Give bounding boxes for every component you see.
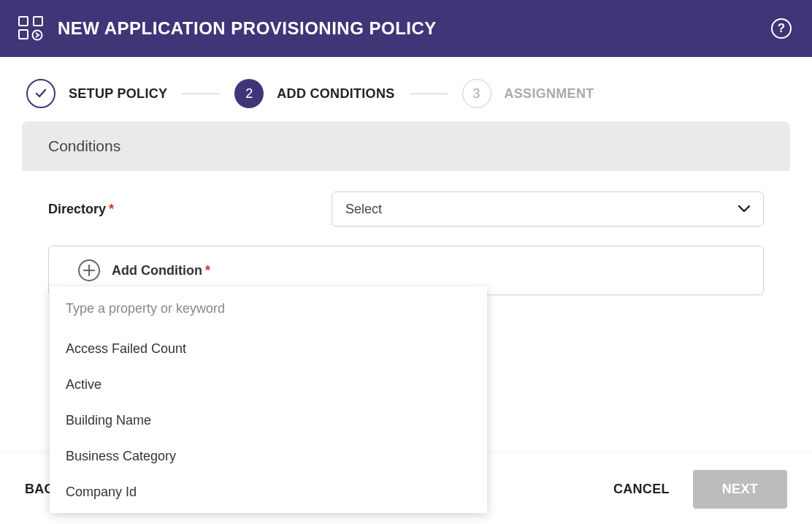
app-logo-icon	[18, 16, 43, 41]
directory-row: Directory* Select	[48, 191, 764, 227]
property-dropdown: Access Failed Count Active Building Name…	[50, 286, 487, 513]
dropdown-item-access-failed-count[interactable]: Access Failed Count	[50, 331, 487, 367]
step-divider	[410, 94, 448, 94]
chevron-down-icon	[738, 205, 750, 213]
directory-select[interactable]: Select	[332, 191, 764, 227]
help-icon[interactable]: ?	[771, 18, 792, 39]
required-marker: *	[109, 202, 114, 216]
property-dropdown-list[interactable]: Access Failed Count Active Building Name…	[50, 331, 487, 513]
step-divider	[182, 94, 220, 94]
plus-icon	[83, 265, 95, 276]
dropdown-item-building-name[interactable]: Building Name	[50, 403, 487, 438]
step-indicator-pending: 3	[462, 79, 491, 108]
add-condition-label: Add Condition	[112, 263, 202, 278]
directory-label: Directory*	[48, 202, 332, 217]
step-label: ADD CONDITIONS	[277, 86, 394, 102]
step-label: ASSIGNMENT	[505, 86, 594, 102]
app-header: NEW APPLICATION PROVISIONING POLICY ?	[0, 0, 812, 57]
dropdown-item-active[interactable]: Active	[50, 367, 487, 403]
check-icon	[34, 86, 48, 101]
plus-circle-icon	[78, 259, 100, 281]
required-marker: *	[205, 263, 210, 278]
cancel-button[interactable]: CANCEL	[613, 482, 670, 497]
add-condition-button[interactable]: Add Condition*	[78, 259, 734, 281]
wizard-stepper: SETUP POLICY 2 ADD CONDITIONS 3 ASSIGNME…	[0, 57, 812, 121]
page-title: NEW APPLICATION PROVISIONING POLICY	[58, 18, 437, 39]
svg-point-0	[33, 31, 42, 40]
step-add-conditions[interactable]: 2 ADD CONDITIONS	[234, 79, 394, 108]
step-indicator-active: 2	[234, 79, 264, 108]
arrow-circle-icon	[31, 29, 43, 41]
step-indicator-done	[26, 79, 55, 108]
card-title: Conditions	[22, 121, 790, 171]
dropdown-item-business-category[interactable]: Business Category	[50, 438, 487, 474]
step-label: SETUP POLICY	[69, 86, 167, 102]
directory-select-value: Select	[345, 202, 382, 217]
next-button[interactable]: NEXT	[693, 470, 787, 509]
step-setup-policy[interactable]: SETUP POLICY	[26, 79, 167, 108]
dropdown-item-company-id[interactable]: Company Id	[50, 474, 487, 510]
step-assignment[interactable]: 3 ASSIGNMENT	[462, 79, 594, 108]
property-search-input[interactable]	[50, 286, 487, 331]
